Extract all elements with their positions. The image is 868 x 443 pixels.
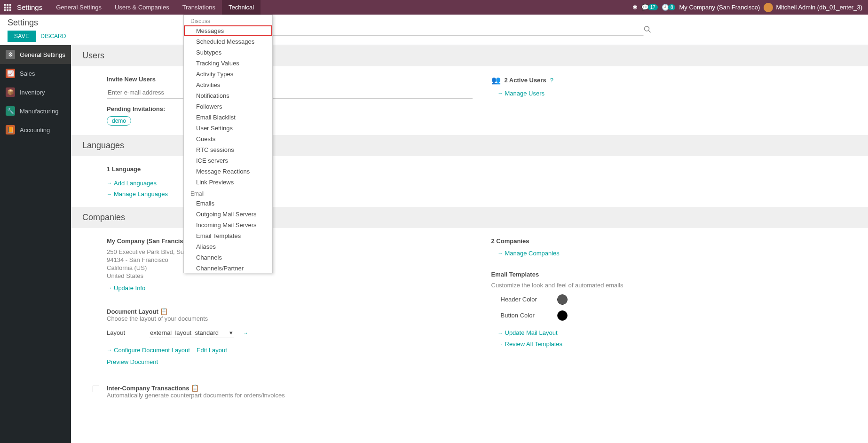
company-count: 2 Companies <box>491 237 857 245</box>
svg-point-0 <box>645 26 649 31</box>
menu-item-link-previews[interactable]: Link Previews <box>184 177 272 188</box>
configure-layout-link[interactable]: Configure Document Layout <box>107 347 190 354</box>
menu-item-ice-servers[interactable]: ICE servers <box>184 155 272 166</box>
messages-icon[interactable]: 💬17 <box>641 4 658 11</box>
activities-badge: 8 <box>668 4 676 10</box>
sidebar-item-sales[interactable]: 📈 Sales <box>0 64 71 83</box>
nav-users-companies[interactable]: Users & Companies <box>108 0 176 15</box>
header-color-label: Header Color <box>501 296 548 303</box>
menu-item-channels-partner[interactable]: Channels/Partner <box>184 263 272 273</box>
inter-company-label: Inter-Company Transactions <box>107 385 189 392</box>
menu-item-tracking-values[interactable]: Tracking Values <box>184 58 272 69</box>
menu-item-emails[interactable]: Emails <box>184 198 272 209</box>
chevron-down-icon: ▾ <box>229 329 233 336</box>
users-icon: 👥 <box>491 76 501 85</box>
layout-external-icon[interactable] <box>243 329 248 336</box>
app-title: Settings <box>15 3 49 11</box>
button-color-swatch[interactable] <box>557 310 568 321</box>
menu-item-activity-types[interactable]: Activity Types <box>184 69 272 79</box>
nav-translations[interactable]: Translations <box>176 0 222 15</box>
clipboard-icon: 📋 <box>191 384 199 392</box>
menu-item-aliases[interactable]: Aliases <box>184 241 272 252</box>
menu-item-followers[interactable]: Followers <box>184 101 272 112</box>
invite-email-input[interactable] <box>107 87 473 99</box>
inter-company-checkbox[interactable] <box>93 386 99 392</box>
company-addr2: 94134 - San Francisco <box>107 256 473 263</box>
menu-item-email-blacklist[interactable]: Email Blacklist <box>184 112 272 123</box>
email-templates-label: Email Templates <box>491 271 857 278</box>
menu-item-user-settings[interactable]: User Settings <box>184 123 272 134</box>
sidebar-item-label: Inventory <box>20 89 45 96</box>
debug-icon[interactable]: ✱ <box>632 4 638 11</box>
company-addr1: 250 Executive Park Blvd, Suite 34 <box>107 248 473 255</box>
review-templates-link[interactable]: Review All Templates <box>498 340 563 348</box>
menu-item-rtc-sessions[interactable]: RTC sessions <box>184 144 272 155</box>
menu-item-outgoing-mail-servers[interactable]: Outgoing Mail Servers <box>184 209 272 220</box>
button-color-label: Button Color <box>501 312 548 319</box>
language-count: 1 Language <box>107 166 473 173</box>
chart-icon: 📈 <box>6 69 15 78</box>
invite-users-label: Invite New Users <box>107 76 473 83</box>
add-languages-link[interactable]: Add Languages <box>107 180 157 187</box>
company-switcher[interactable]: My Company (San Francisco) <box>679 4 760 11</box>
clipboard-icon: 📋 <box>160 308 168 315</box>
menu-item-incoming-mail-servers[interactable]: Incoming Mail Servers <box>184 220 272 230</box>
save-button[interactable]: SAVE <box>8 31 36 42</box>
sidebar-item-accounting[interactable]: 📙 Accounting <box>0 120 71 139</box>
update-info-link[interactable]: Update Info <box>107 285 145 292</box>
manage-languages-link[interactable]: Manage Languages <box>107 190 168 198</box>
menu-item-notifications[interactable]: Notifications <box>184 90 272 101</box>
manage-users-link[interactable]: Manage Users <box>498 90 545 97</box>
pending-label: Pending Invitations: <box>107 105 473 112</box>
menu-group-header: Email <box>184 188 272 198</box>
sidebar-item-general-settings[interactable]: ⚙ General Settings <box>0 45 71 64</box>
manage-companies-link[interactable]: Manage Companies <box>498 250 560 257</box>
menu-item-activities[interactable]: Activities <box>184 79 272 90</box>
book-icon: 📙 <box>6 125 15 134</box>
pending-demo-pill[interactable]: demo <box>107 116 131 126</box>
nav-general-settings[interactable]: General Settings <box>49 0 108 15</box>
menu-item-messages[interactable]: Messages <box>184 25 272 36</box>
activities-icon[interactable]: 🕘8 <box>662 4 676 11</box>
technical-dropdown-menu: DiscussMessagesScheduled MessagesSubtype… <box>183 15 273 273</box>
update-mail-layout-link[interactable]: Update Mail Layout <box>498 329 558 336</box>
active-users-count: 2 Active Users <box>505 77 546 84</box>
menu-item-message-reactions[interactable]: Message Reactions <box>184 166 272 177</box>
user-menu[interactable]: Mitchell Admin (db_01_enter_3) <box>764 3 862 12</box>
doc-layout-desc: Choose the layout of your documents <box>107 315 473 322</box>
menu-item-scheduled-messages[interactable]: Scheduled Messages <box>184 36 272 47</box>
sidebar-item-label: Manufacturing <box>20 108 58 115</box>
nav-technical[interactable]: Technical <box>222 0 260 15</box>
username: Mitchell Admin (db_01_enter_3) <box>776 4 862 11</box>
apps-icon[interactable] <box>0 0 15 15</box>
box-icon: 📦 <box>6 87 15 97</box>
search-icon[interactable] <box>644 25 651 34</box>
company-name: My Company (San Francisco) <box>107 237 473 245</box>
header-color-swatch[interactable] <box>557 294 568 305</box>
messages-badge: 17 <box>648 4 658 10</box>
preview-document-link[interactable]: Preview Document <box>107 358 158 365</box>
menu-group-header: Discuss <box>184 15 272 25</box>
doc-layout-label: Document Layout <box>107 308 158 315</box>
gear-icon: ⚙ <box>6 50 15 59</box>
menu-item-subtypes[interactable]: Subtypes <box>184 47 272 58</box>
discard-button[interactable]: DISCARD <box>40 31 66 42</box>
sidebar-item-label: Accounting <box>20 127 50 134</box>
svg-line-1 <box>649 31 651 32</box>
help-icon[interactable]: ? <box>550 77 553 84</box>
edit-layout-link[interactable]: Edit Layout <box>197 347 227 354</box>
sidebar-item-inventory[interactable]: 📦 Inventory <box>0 83 71 102</box>
menu-item-guests[interactable]: Guests <box>184 134 272 144</box>
company-addr3: California (US) <box>107 264 473 271</box>
layout-value: external_layout_standard <box>150 329 219 336</box>
menu-item-channels[interactable]: Channels <box>184 252 272 263</box>
menu-item-email-templates[interactable]: Email Templates <box>184 230 272 241</box>
control-panel: Settings SAVE DISCARD <box>0 15 868 45</box>
sidebar-item-manufacturing[interactable]: 🔧 Manufacturing <box>0 102 71 120</box>
company-addr4: United States <box>107 272 473 279</box>
wrench-icon: 🔧 <box>6 106 15 116</box>
sidebar-item-label: General Settings <box>20 51 65 58</box>
email-templates-desc: Customize the look and feel of automated… <box>491 282 857 289</box>
layout-select[interactable]: external_layout_standard ▾ <box>149 328 234 338</box>
search-input[interactable] <box>217 24 644 36</box>
